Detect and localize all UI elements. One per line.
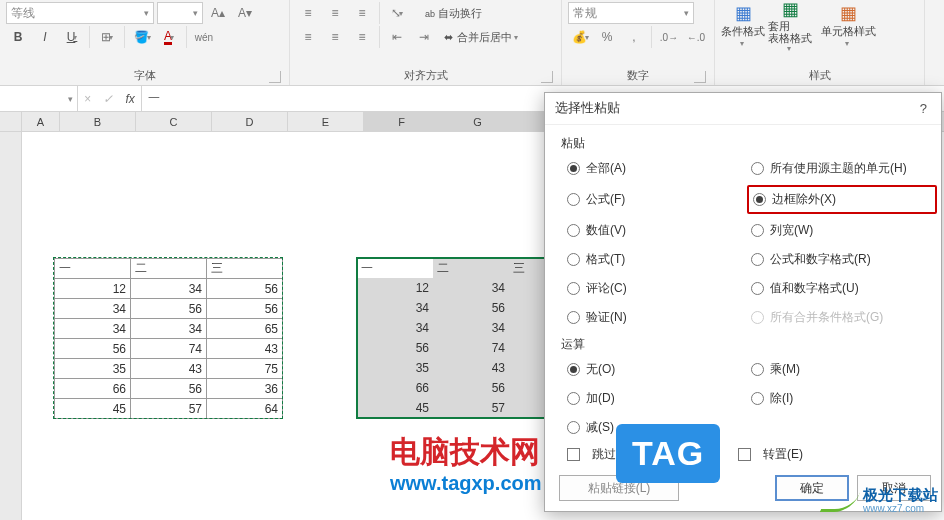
dialog-titlebar[interactable]: 选择性粘贴 ? xyxy=(545,93,941,125)
paste-special-dialog: 选择性粘贴 ? 粘贴 全部(A) 所有使用源主题的单元(H) 公式(F) 边框除… xyxy=(544,92,942,512)
table-row: 455764 xyxy=(55,399,283,419)
opt-values[interactable]: 数值(V) xyxy=(567,222,743,239)
dialog-help-button[interactable]: ? xyxy=(916,101,931,116)
opt-formula-num-fmt[interactable]: 公式和数字格式(R) xyxy=(751,251,927,268)
ribbon-group-styles: ▦ 条件格式 ▾ ▦ 套用 表格格式 ▾ ▦ 单元格样式 ▾ 样式 xyxy=(715,0,925,85)
cell-style-icon: ▦ xyxy=(834,2,862,24)
fill-color-button[interactable]: 🪣▾ xyxy=(130,26,154,48)
align-bottom-button[interactable]: ≡ xyxy=(350,2,374,24)
opt-none[interactable]: 无(O) xyxy=(567,361,743,378)
table-format-button[interactable]: ▦ 套用 表格格式 ▾ xyxy=(768,2,812,48)
bold-button[interactable]: B xyxy=(6,26,30,48)
decrease-indent-button[interactable]: ⇤ xyxy=(385,26,409,48)
ribbon: 等线 ▾ ▾ A▴ A▾ B I U▾ ⊞▾ 🪣▾ A▾ wén xyxy=(0,0,944,86)
radio-icon xyxy=(567,311,580,324)
enter-formula-button[interactable]: ✓ xyxy=(103,92,113,106)
opt-divide[interactable]: 除(I) xyxy=(751,390,927,407)
opt-add[interactable]: 加(D) xyxy=(567,390,743,407)
ribbon-group-font-label: 字体 xyxy=(134,69,156,81)
cell-style-button[interactable]: ▦ 单元格样式 ▾ xyxy=(815,2,881,48)
opt-multiply[interactable]: 乘(M) xyxy=(751,361,927,378)
annotation-highlight: 边框除外(X) xyxy=(747,185,937,214)
merge-center-button[interactable]: ⬌ 合并后居中 ▾ xyxy=(444,30,518,45)
dialog-launcher-icon[interactable] xyxy=(541,71,553,83)
col-header-e[interactable]: E xyxy=(288,112,364,131)
conditional-format-icon: ▦ xyxy=(729,2,757,24)
col-header-d[interactable]: D xyxy=(212,112,288,131)
chevron-down-icon: ▾ xyxy=(68,94,73,104)
increase-font-size-button[interactable]: A▴ xyxy=(206,2,230,24)
conditional-format-label: 条件格式 xyxy=(721,24,765,39)
row-headers[interactable] xyxy=(0,112,22,520)
col-header-a[interactable]: A xyxy=(22,112,60,131)
decrease-decimal-button[interactable]: ←.0 xyxy=(684,26,708,48)
opt-validation[interactable]: 验证(N) xyxy=(567,309,743,326)
formula-buttons: × ✓ fx xyxy=(78,86,142,111)
radio-icon xyxy=(567,224,580,237)
dialog-launcher-icon[interactable] xyxy=(269,71,281,83)
ribbon-group-number-label: 数字 xyxy=(627,69,649,81)
italic-button[interactable]: I xyxy=(33,26,57,48)
dialog-launcher-icon[interactable] xyxy=(694,71,706,83)
dialog-body: 粘贴 全部(A) 所有使用源主题的单元(H) 公式(F) 边框除外(X) 数值(… xyxy=(545,125,941,469)
col-header-g[interactable]: G xyxy=(440,112,516,131)
chevron-down-icon: ▾ xyxy=(684,8,689,18)
radio-icon xyxy=(567,253,580,266)
increase-indent-button[interactable]: ⇥ xyxy=(412,26,436,48)
radio-icon xyxy=(567,363,580,376)
tag-badge: TAG xyxy=(616,424,720,483)
currency-button[interactable]: 💰▾ xyxy=(568,26,592,48)
opt-all-merging-cond: 所有合并条件格式(G) xyxy=(751,309,927,326)
font-color-button[interactable]: A▾ xyxy=(157,26,181,48)
brand-swoosh-icon xyxy=(820,492,860,512)
comma-style-button[interactable]: , xyxy=(622,26,646,48)
table-row: 345656 xyxy=(55,299,283,319)
radio-icon xyxy=(567,193,580,206)
align-left-button[interactable]: ≡ xyxy=(296,26,320,48)
name-box[interactable]: ▾ xyxy=(0,86,78,111)
merge-icon: ⬌ xyxy=(444,31,453,44)
percent-button[interactable]: % xyxy=(595,26,619,48)
radio-icon xyxy=(751,363,764,376)
conditional-format-button[interactable]: ▦ 条件格式 ▾ xyxy=(721,2,765,48)
col-header-f[interactable]: F xyxy=(364,112,440,131)
table-format-icon: ▦ xyxy=(776,0,804,20)
operation-group-label: 运算 xyxy=(561,336,927,353)
opt-source-theme[interactable]: 所有使用源主题的单元(H) xyxy=(751,160,927,177)
border-button[interactable]: ⊞▾ xyxy=(95,26,119,48)
font-family-combo[interactable]: 等线 ▾ xyxy=(6,2,154,24)
increase-decimal-button[interactable]: .0→ xyxy=(657,26,681,48)
align-right-button[interactable]: ≡ xyxy=(350,26,374,48)
col-header-c[interactable]: C xyxy=(136,112,212,131)
opt-formulas[interactable]: 公式(F) xyxy=(567,189,743,210)
radio-icon xyxy=(567,421,580,434)
fx-button[interactable]: fx xyxy=(126,92,135,106)
ribbon-group-number: 常规 ▾ 💰▾ % , .0→ ←.0 数字 xyxy=(562,0,715,85)
col-header-b[interactable]: B xyxy=(60,112,136,131)
opt-col-width[interactable]: 列宽(W) xyxy=(751,222,927,239)
phonetic-button[interactable]: wén xyxy=(192,26,216,48)
table-row: 343465 xyxy=(55,319,283,339)
table-row: 354375 xyxy=(55,359,283,379)
chk-transpose[interactable]: 转置(E) xyxy=(738,446,803,463)
brand-url: www.xz7.com xyxy=(863,502,938,516)
opt-formats[interactable]: 格式(T) xyxy=(567,251,743,268)
number-format-combo[interactable]: 常规 ▾ xyxy=(568,2,694,24)
radio-icon xyxy=(567,162,580,175)
brand-name: 极光下载站 xyxy=(863,488,938,502)
align-top-button[interactable]: ≡ xyxy=(296,2,320,24)
opt-borders-except[interactable]: 边框除外(X) xyxy=(753,191,925,208)
opt-comments[interactable]: 评论(C) xyxy=(567,280,743,297)
cancel-formula-button[interactable]: × xyxy=(84,92,91,106)
align-middle-button[interactable]: ≡ xyxy=(323,2,347,24)
underline-button[interactable]: U▾ xyxy=(60,26,84,48)
orientation-button[interactable]: ⤡▾ xyxy=(385,2,409,24)
ribbon-group-font: 等线 ▾ ▾ A▴ A▾ B I U▾ ⊞▾ 🪣▾ A▾ wén xyxy=(0,0,290,85)
opt-value-num-fmt[interactable]: 值和数字格式(U) xyxy=(751,280,927,297)
table-row: 567443 xyxy=(55,339,283,359)
opt-all[interactable]: 全部(A) xyxy=(567,160,743,177)
select-all-button[interactable] xyxy=(0,112,22,132)
align-center-button[interactable]: ≡ xyxy=(323,26,347,48)
decrease-font-size-button[interactable]: A▾ xyxy=(233,2,257,24)
font-size-combo[interactable]: ▾ xyxy=(157,2,203,24)
